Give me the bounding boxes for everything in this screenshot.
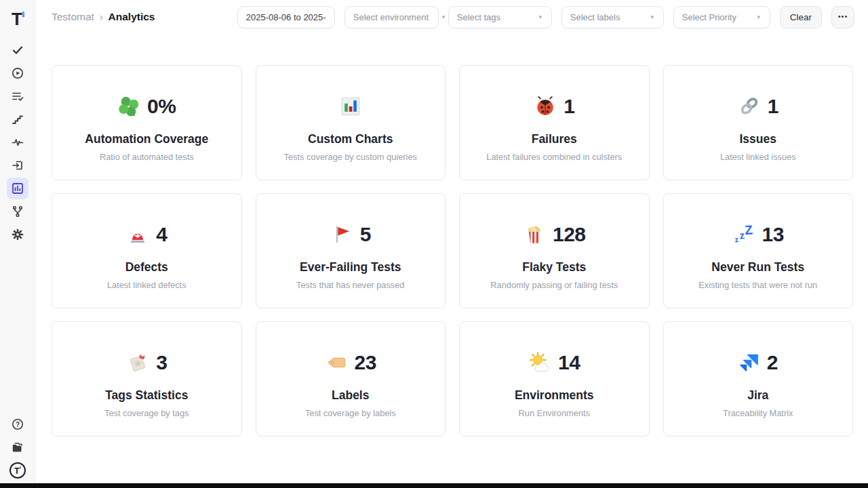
card-subtitle: Randomly passing or failing tests — [490, 280, 618, 290]
clover-icon — [117, 95, 140, 118]
card-subtitle: Existing tests that were not run — [698, 280, 817, 290]
breadcrumb: Testomat › Analytics — [52, 11, 155, 23]
select-tags-placeholder: Select tags — [457, 12, 500, 22]
card-tags-statistics[interactable]: 3 Tags Statistics Test coverage by tags — [52, 321, 242, 436]
card-title: Environments — [515, 388, 594, 403]
card-automation-coverage[interactable]: 0% Automation Coverage Ratio of automate… — [52, 65, 242, 180]
select-priority[interactable]: Select Priority ▼ — [673, 6, 770, 28]
sidebar-item-check[interactable] — [7, 39, 28, 61]
card-subtitle: Test coverage by labels — [305, 408, 396, 418]
select-priority-placeholder: Select Priority — [682, 12, 736, 22]
card-title: Ever-Failing Tests — [300, 260, 401, 274]
sidebar-item-account[interactable]: T — [7, 460, 28, 481]
filter-bar: 2025-08-06 to 2025- Select environment ▼… — [237, 6, 854, 28]
sidebar-item-projects[interactable] — [7, 436, 28, 458]
card-value: 23 — [355, 351, 376, 374]
check-icon — [11, 43, 24, 57]
date-range-input[interactable]: 2025-08-06 to 2025- — [237, 6, 335, 28]
sun-behind-cloud-icon — [528, 351, 551, 374]
card-issues[interactable]: 1 Issues Latest linked issues — [663, 65, 854, 180]
sidebar-item-help[interactable]: ? — [7, 413, 28, 435]
card-ever-failing-tests[interactable]: 5 Ever-Failing Tests Tests that has neve… — [256, 193, 446, 308]
breadcrumb-project[interactable]: Testomat — [52, 11, 94, 23]
label-tag-icon — [325, 351, 348, 374]
card-defects[interactable]: 4 Defects Latest linked defects — [52, 193, 242, 308]
card-environments[interactable]: 14 Environments Run Environments — [459, 321, 650, 436]
sidebar-item-branches[interactable] — [7, 201, 28, 222]
card-subtitle: Tests coverage by custom quieries — [284, 152, 417, 162]
card-subtitle: Test coverage by tags — [104, 408, 189, 418]
bar-chart-icon — [339, 95, 362, 118]
bookmark-icon — [126, 351, 149, 374]
card-jira[interactable]: 2 Jira Traceability Matrix — [663, 321, 854, 436]
svg-text:z: z — [738, 230, 745, 241]
svg-text:z: z — [734, 235, 739, 243]
chevron-down-icon: ▼ — [538, 14, 543, 20]
card-subtitle: Run Environments — [519, 408, 590, 418]
jira-icon — [738, 352, 760, 373]
sidebar-item-pulse[interactable] — [7, 131, 28, 153]
card-subtitle: Ratio of automated tests — [100, 152, 194, 162]
select-tags[interactable]: Select tags ▼ — [448, 6, 552, 28]
steps-icon — [11, 113, 24, 126]
card-value: 2 — [767, 351, 778, 374]
page-header: Testomat › Analytics 2025-08-06 to 2025-… — [35, 0, 868, 34]
clear-button[interactable]: Clear — [780, 6, 822, 28]
pulse-icon — [11, 136, 24, 149]
card-subtitle: Traceability Matrix — [723, 408, 793, 418]
select-environment[interactable]: Select environment ▼ — [344, 6, 439, 28]
card-subtitle: Latest linked issues — [720, 152, 796, 162]
card-value: 3 — [156, 351, 167, 374]
breadcrumb-separator: › — [100, 12, 103, 22]
card-flaky-tests[interactable]: 128 Flaky Tests Randomly passing or fail… — [459, 193, 650, 308]
help-circle-icon: ? — [11, 418, 24, 431]
red-flag-icon — [330, 223, 353, 246]
card-value: 5 — [360, 223, 371, 246]
card-subtitle: Latest failures combined in culsters — [486, 152, 622, 162]
select-labels[interactable]: Select labels ▼ — [561, 6, 664, 28]
card-title: Failures — [532, 132, 577, 146]
sidebar-item-import[interactable] — [7, 155, 28, 176]
card-value: 13 — [762, 223, 784, 246]
chevron-down-icon: ▼ — [756, 14, 762, 20]
analytics-bar-chart-icon — [11, 182, 24, 195]
select-labels-placeholder: Select labels — [570, 12, 620, 22]
card-custom-charts[interactable]: Custom Charts Tests coverage by custom q… — [256, 65, 446, 180]
card-value: 1 — [768, 95, 778, 118]
card-subtitle: Tests that has never passed — [296, 280, 404, 290]
rotating-light-icon — [126, 223, 149, 246]
zzz-icon: zzZ — [732, 223, 755, 246]
play-circle-icon — [11, 66, 24, 80]
card-title: Automation Coverage — [85, 132, 208, 146]
card-failures[interactable]: 1 Failures Latest failures combined in c… — [459, 65, 650, 180]
gear-icon — [11, 228, 24, 241]
chevron-down-icon: ▼ — [650, 14, 655, 20]
more-options-button[interactable]: ••• — [831, 6, 854, 28]
card-title: Custom Charts — [308, 132, 393, 146]
card-value: 14 — [558, 351, 580, 374]
sidebar-item-runs[interactable] — [7, 62, 28, 84]
card-value: 0% — [147, 95, 176, 118]
card-never-run-tests[interactable]: zzZ 13 Never Run Tests Existing tests th… — [663, 193, 854, 308]
svg-text:T: T — [12, 9, 22, 28]
card-labels[interactable]: 23 Labels Test coverage by labels — [256, 321, 446, 436]
card-title: Tags Statistics — [105, 388, 188, 403]
lady-beetle-icon — [534, 95, 557, 118]
sidebar: T — [0, 0, 35, 488]
sidebar-item-settings[interactable] — [7, 224, 28, 245]
sidebar-item-analytics[interactable] — [7, 178, 28, 199]
card-title: Jira — [747, 388, 768, 403]
sidebar-item-test-plans[interactable] — [7, 85, 28, 107]
sidebar-item-steps[interactable] — [7, 108, 28, 130]
svg-text:Z: Z — [744, 223, 753, 237]
chevron-down-icon: ▼ — [441, 14, 446, 20]
git-branch-icon — [11, 205, 24, 218]
bottom-black-bar — [0, 483, 868, 488]
svg-text:T: T — [14, 466, 20, 476]
card-title: Never Run Tests — [711, 260, 804, 274]
card-value: 4 — [156, 223, 167, 246]
card-value: 128 — [553, 223, 586, 246]
testomat-logo-icon: T — [7, 8, 28, 28]
select-environment-placeholder: Select environment — [353, 12, 429, 22]
card-value: 1 — [564, 95, 574, 118]
